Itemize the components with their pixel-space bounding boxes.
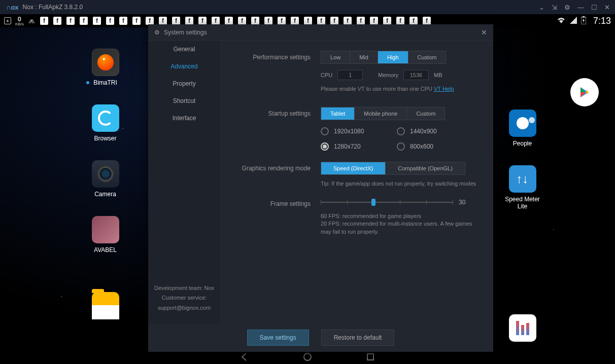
facebook-icon: f bbox=[66, 17, 75, 25]
logo-text: ∩ox bbox=[6, 4, 19, 11]
facebook-icon: f bbox=[172, 17, 180, 25]
tab-general[interactable]: General bbox=[148, 41, 220, 58]
res-1440x900[interactable]: 1440x900 bbox=[397, 127, 468, 135]
svg-point-2 bbox=[304, 353, 311, 360]
perf-high[interactable]: High bbox=[378, 51, 408, 63]
facebook-icon: f bbox=[396, 17, 404, 25]
home-button[interactable] bbox=[301, 351, 314, 363]
svg-rect-3 bbox=[367, 354, 373, 360]
facebook-icon: f bbox=[40, 17, 48, 25]
render-label: Graphics rendering mode bbox=[234, 162, 321, 172]
close-icon[interactable]: ✕ bbox=[481, 28, 487, 37]
perf-low[interactable]: Low bbox=[321, 51, 350, 63]
titlebar: ∩ox Nox : FullApkZ 3.8.2.0 ⌄ ⇲ ⚙ — ☐ ✕ bbox=[0, 0, 615, 14]
app-logo: ∩ox bbox=[5, 4, 19, 11]
clock: 7:13 bbox=[593, 16, 611, 26]
frame-label: Frame settings bbox=[234, 197, 321, 207]
facebook-icon: f bbox=[330, 17, 338, 25]
chevron-down-icon[interactable]: ⌄ bbox=[539, 4, 544, 11]
facebook-icon: f bbox=[304, 17, 312, 25]
vt-hint: Please enable VT to use more than one CP… bbox=[321, 85, 479, 93]
gear-icon[interactable]: ⚙ bbox=[564, 4, 570, 11]
add-icon: + bbox=[4, 17, 11, 24]
facebook-icon: f bbox=[357, 17, 365, 25]
battery-icon bbox=[581, 16, 586, 26]
facebook-icon: f bbox=[370, 17, 378, 25]
tab-property[interactable]: Property bbox=[148, 75, 220, 92]
render-speed[interactable]: Speed (DirectX) bbox=[321, 162, 386, 174]
app-people[interactable]: People bbox=[501, 110, 544, 147]
play-store-fab[interactable] bbox=[570, 78, 599, 106]
dialog-title: System settings bbox=[164, 29, 207, 36]
minimize-icon[interactable]: — bbox=[577, 4, 584, 11]
close-icon[interactable]: ✕ bbox=[604, 4, 610, 11]
render-compat[interactable]: Compatible (OpenGL) bbox=[386, 162, 465, 174]
restore-button[interactable]: Restore to default bbox=[321, 330, 395, 346]
facebook-icon: f bbox=[409, 17, 418, 25]
gear-icon: ⚙ bbox=[154, 29, 160, 36]
android-nav bbox=[238, 351, 377, 363]
maximize-icon[interactable]: ☐ bbox=[591, 4, 597, 11]
render-hint: Tip: If the game/app does not run proper… bbox=[321, 180, 479, 188]
signal-icon bbox=[570, 17, 577, 25]
dialog-sidebar: General Advanced Property Shortcut Inter… bbox=[148, 41, 220, 323]
startup-mobile[interactable]: Mobile phone bbox=[355, 107, 407, 120]
perf-mid[interactable]: Mid bbox=[350, 51, 378, 63]
facebook-icon: f bbox=[132, 17, 141, 25]
cpu-label: CPU bbox=[321, 72, 332, 78]
window-title: Nox : FullApkZ 3.8.2.0 bbox=[23, 4, 83, 11]
facebook-icon: f bbox=[53, 17, 61, 25]
tab-advanced[interactable]: Advanced bbox=[148, 58, 220, 75]
facebook-icon: f bbox=[317, 17, 325, 25]
facebook-icon: f bbox=[106, 17, 114, 25]
svg-rect-1 bbox=[583, 16, 585, 17]
app-files[interactable] bbox=[84, 292, 127, 319]
share-icon[interactable]: ⇲ bbox=[552, 4, 557, 11]
save-button[interactable]: Save settings bbox=[247, 330, 309, 346]
app-bimatri[interactable]: BimaTRI bbox=[84, 49, 127, 86]
facebook-icon: f bbox=[225, 17, 233, 25]
facebook-icon: f bbox=[251, 17, 259, 25]
cpu-input[interactable] bbox=[337, 70, 363, 80]
render-segment: Speed (DirectX) Compatible (OpenGL) bbox=[321, 162, 465, 175]
fps-value: 30 bbox=[459, 199, 465, 206]
notification-icons: f f f f f f f f f f f f f f f f f f f f … bbox=[40, 17, 431, 25]
res-1920x1080[interactable]: 1920x1080 bbox=[321, 127, 392, 135]
fps-hint: 60 FPS: recommended for game players 20 … bbox=[321, 212, 479, 236]
facebook-icon: f bbox=[93, 17, 101, 25]
apex-icon: ⩕ bbox=[28, 17, 35, 25]
perf-segment: Low Mid High Custom bbox=[321, 51, 446, 64]
facebook-icon: f bbox=[159, 17, 167, 25]
tab-shortcut[interactable]: Shortcut bbox=[148, 92, 220, 110]
back-button[interactable] bbox=[238, 351, 251, 363]
app-avabel[interactable]: AVABEL bbox=[84, 216, 127, 253]
facebook-icon: f bbox=[291, 17, 299, 25]
facebook-icon: f bbox=[185, 17, 193, 25]
system-settings-dialog: ⚙ System settings ✕ General Advanced Pro… bbox=[148, 24, 493, 352]
facebook-icon: f bbox=[278, 17, 286, 25]
wifi-icon bbox=[557, 17, 566, 25]
startup-custom[interactable]: Custom bbox=[407, 107, 445, 120]
dialog-footer: Save settings Restore to default bbox=[148, 323, 493, 352]
facebook-icon: f bbox=[344, 17, 352, 25]
tab-interface[interactable]: Interface bbox=[148, 110, 220, 127]
vt-help-link[interactable]: VT Help bbox=[434, 86, 454, 92]
sidebar-footer: Development team: Nox Customer service: … bbox=[148, 276, 220, 323]
startup-tablet[interactable]: Tablet bbox=[321, 107, 355, 120]
app-camera[interactable]: Camera bbox=[84, 160, 127, 198]
mem-unit: MB bbox=[434, 72, 442, 78]
mem-label: Memory bbox=[378, 72, 398, 78]
app-mixer[interactable] bbox=[501, 314, 544, 342]
app-speed-meter[interactable]: ↑↓ Speed Meter Lite bbox=[501, 165, 544, 210]
mem-input[interactable] bbox=[403, 70, 429, 80]
fps-slider[interactable] bbox=[321, 197, 453, 207]
res-800x600[interactable]: 800x600 bbox=[397, 142, 468, 151]
app-browser[interactable]: Browser bbox=[84, 104, 127, 142]
res-1280x720[interactable]: 1280x720 bbox=[321, 142, 392, 151]
perf-custom[interactable]: Custom bbox=[408, 51, 446, 63]
startup-segment: Tablet Mobile phone Custom bbox=[321, 107, 445, 120]
perf-label: Performance settings bbox=[234, 51, 321, 61]
recent-button[interactable] bbox=[364, 351, 377, 363]
dialog-content: Performance settings Low Mid High Custom… bbox=[220, 41, 493, 323]
dialog-header: ⚙ System settings ✕ bbox=[148, 24, 493, 41]
